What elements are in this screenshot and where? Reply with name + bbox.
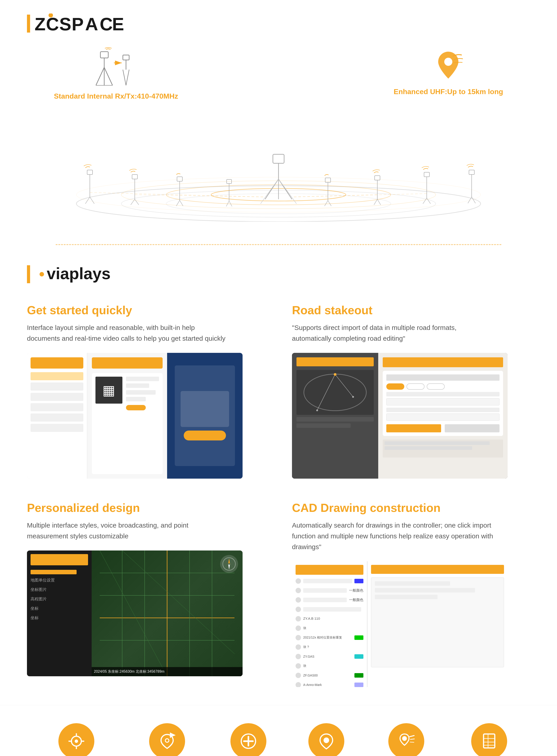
rtk-section: Standard Internal Rx/Tx:410-470MHz Enhan… [27, 47, 530, 100]
svg-point-73 [334, 373, 336, 376]
svg-rect-62 [469, 170, 474, 175]
svg-line-40 [135, 199, 139, 205]
road-stakeout-circle [388, 723, 424, 756]
feature-road-stakeout-screenshot [292, 353, 507, 478]
svg-line-31 [261, 179, 278, 204]
zcspace-logo: ZC S P A C E [35, 13, 129, 34]
svg-line-104 [410, 735, 414, 737]
svg-marker-98 [171, 733, 174, 737]
svg-rect-38 [132, 175, 138, 179]
svg-line-56 [377, 199, 381, 205]
cad-stakeout-circle [471, 723, 507, 756]
svg-text:P: P [71, 14, 84, 34]
svg-text:C: C [100, 14, 113, 34]
svg-point-74 [316, 409, 318, 411]
feature-get-started-title: Get started quickly [27, 303, 265, 317]
svg-text:E: E [112, 14, 124, 34]
svg-text:A: A [85, 14, 98, 34]
bottom-icon-road-stakeout: Road stakeout [384, 723, 428, 756]
svg-point-103 [403, 737, 406, 740]
feature-cad-desc: Automatically search for drawings in the… [292, 520, 494, 552]
svg-rect-7 [100, 52, 108, 58]
rtk-right-label: Enhanced UHF:Up to 15km long [394, 88, 503, 96]
svg-text:viaplays: viaplays [47, 265, 111, 283]
location-icon [317, 732, 335, 750]
maplays-circle [309, 723, 344, 756]
plus-circle-icon [239, 732, 257, 750]
logo-bar [27, 14, 30, 33]
svg-point-75 [352, 396, 354, 398]
svg-rect-13 [123, 55, 129, 60]
svg-line-64 [472, 197, 475, 203]
feature-road-stakeout: Road stakeout "Supports direct import of… [292, 303, 530, 478]
bottom-icon-maplays: Maplays [309, 723, 344, 756]
svg-line-71 [317, 374, 335, 410]
feature-get-started-screenshot [27, 353, 242, 478]
svg-line-15 [123, 69, 126, 85]
svg-point-102 [324, 738, 329, 743]
svg-point-69 [39, 272, 44, 277]
crosshair-icon [67, 732, 85, 750]
svg-rect-107 [483, 734, 495, 748]
rtk-left: Standard Internal Rx/Tx:410-470MHz [54, 47, 178, 100]
svg-rect-58 [424, 172, 430, 177]
bottom-icons-section: Point measurement Point stakeout Project… [0, 705, 557, 756]
enhanced-uhf-icon [430, 47, 466, 83]
svg-line-11 [104, 67, 113, 85]
svg-line-86 [122, 551, 234, 654]
feature-get-started: Get started quickly Interface layout sim… [27, 303, 265, 478]
map-pin-icon [158, 732, 176, 750]
section-divider [56, 244, 501, 245]
feature-cad: CAD Drawing construction Automatically s… [292, 501, 530, 687]
svg-rect-50 [325, 178, 331, 182]
bottom-icon-project-guide: Project guide [229, 723, 268, 756]
svg-rect-26 [273, 154, 284, 163]
header-section: ZC S P A C E [0, 0, 557, 231]
feature-personalized-title: Personalized design [27, 501, 265, 515]
feature-get-started-desc: Interface layout simple and reasonable, … [27, 322, 229, 344]
features-grid: Get started quickly Interface layout sim… [27, 303, 530, 687]
feature-personalized-screenshot: 地图单位设置 坐标图片 高程图片 坐标 坐标 [27, 551, 242, 676]
svg-marker-88 [228, 558, 230, 564]
point-measurement-circle [58, 723, 94, 756]
bottom-icon-point-stakeout: Point stakeout [146, 723, 188, 756]
cad-icon [480, 732, 498, 750]
wave-section [27, 109, 530, 222]
svg-line-32 [278, 179, 296, 204]
feature-personalized: Personalized design Multiple interface s… [27, 501, 265, 687]
svg-rect-34 [87, 170, 92, 175]
svg-point-95 [75, 740, 78, 742]
svg-point-18 [444, 58, 452, 66]
rtk-right: Enhanced UHF:Up to 15km long [394, 47, 503, 96]
svg-line-105 [410, 739, 414, 739]
svg-text:S: S [59, 14, 71, 34]
svg-line-43 [176, 200, 180, 206]
svg-line-51 [325, 201, 328, 206]
bottom-icon-cad-stakeout: CAD stakeout [468, 723, 510, 756]
feature-road-stakeout-desc: "Supports direct import of data in multi… [292, 322, 494, 344]
svg-point-96 [165, 739, 169, 742]
road-icon [397, 732, 415, 750]
svg-line-52 [328, 201, 331, 206]
feature-cad-screenshot: 一般颜色 一般颜色 [292, 561, 507, 687]
logo-area: ZC S P A C E [27, 13, 530, 34]
svg-line-72 [335, 374, 353, 397]
point-stakeout-circle [149, 723, 185, 756]
svg-line-85 [100, 551, 167, 676]
rtk-left-label: Standard Internal Rx/Tx:410-470MHz [54, 92, 178, 100]
feature-road-stakeout-title: Road stakeout [292, 303, 530, 317]
viaplays-bar [27, 265, 30, 283]
svg-rect-42 [177, 177, 182, 181]
svg-line-44 [180, 200, 183, 206]
svg-line-16 [126, 69, 129, 85]
viaplays-logo: viaplays [27, 263, 530, 286]
feature-personalized-desc: Multiple interface styles, voice broadca… [27, 520, 229, 542]
svg-marker-89 [228, 564, 230, 570]
svg-line-36 [90, 197, 94, 204]
svg-text:ZC: ZC [35, 14, 60, 34]
viaplays-section: viaplays Get started quickly Interface l… [0, 263, 557, 687]
project-guide-circle [230, 723, 266, 756]
survey-tripod-icon [94, 47, 139, 88]
viaplays-logo-text: viaplays [35, 263, 152, 286]
wave-diagram [27, 109, 530, 222]
